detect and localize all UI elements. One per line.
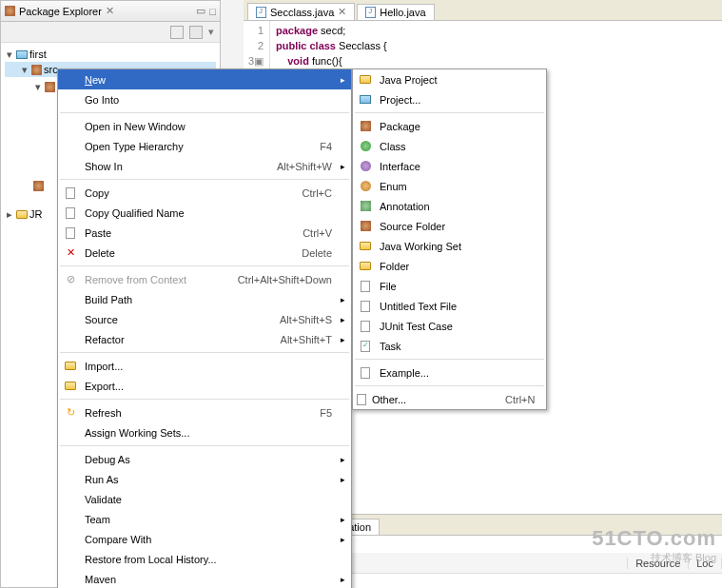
menu-task[interactable]: Task	[353, 336, 546, 356]
junit-icon	[361, 321, 370, 332]
menu-folder[interactable]: Folder	[353, 256, 546, 276]
link-editor-icon[interactable]	[189, 26, 203, 39]
menu-go-into[interactable]: Go Into	[58, 89, 351, 109]
menu-java-project[interactable]: Java Project	[353, 69, 546, 89]
java-file-icon	[256, 7, 266, 18]
menu-example[interactable]: Example...	[353, 363, 546, 382]
menu-source[interactable]: SourceAlt+Shift+S▸	[58, 309, 351, 329]
view-menu-icon[interactable]: ▾	[208, 26, 214, 38]
tab-label: Secclass.java	[270, 7, 334, 18]
tree-label: first	[29, 49, 47, 60]
menu-debug-as[interactable]: Debug As▸	[58, 449, 351, 469]
menu-other[interactable]: Other...Ctrl+N	[353, 389, 546, 409]
menu-project[interactable]: Project...	[353, 89, 546, 109]
menu-class[interactable]: Class	[353, 136, 546, 156]
menu-source-folder[interactable]: Source Folder	[353, 216, 546, 236]
copy-icon	[66, 187, 75, 199]
menu-file[interactable]: File	[353, 276, 546, 296]
copy-icon	[66, 207, 75, 219]
line-gutter: 123▣	[244, 21, 270, 74]
code-area[interactable]: package secd; public class Secclass { vo…	[270, 21, 393, 74]
folder-icon	[360, 262, 371, 270]
tab-label: Hello.java	[380, 7, 425, 18]
menu-label: ew	[92, 74, 106, 86]
src-folder-icon	[31, 65, 42, 75]
menu-annotation[interactable]: Annotation	[353, 196, 546, 216]
menu-assign-working-sets[interactable]: Assign Working Sets...	[58, 422, 351, 442]
menu-validate[interactable]: Validate	[58, 489, 351, 509]
package-icon	[45, 82, 55, 92]
menu-open-new-window[interactable]: Open in New Window	[58, 116, 351, 136]
menu-team[interactable]: Team▸	[58, 509, 351, 529]
expand-icon[interactable]: ▸	[5, 208, 14, 221]
tree-project[interactable]: ▾ first	[5, 47, 216, 62]
menu-java-working-set[interactable]: Java Working Set	[353, 236, 546, 256]
collapse-all-icon[interactable]	[170, 26, 184, 39]
expand-icon[interactable]: ▾	[20, 64, 29, 76]
menu-build-path[interactable]: Build Path▸	[58, 289, 351, 309]
close-icon[interactable]: ✕	[338, 6, 346, 18]
menu-copy-qualified-name[interactable]: Copy Qualified Name	[58, 203, 351, 223]
annotation-icon	[361, 201, 371, 211]
minimize-icon[interactable]: ▭	[196, 5, 205, 17]
paste-icon	[66, 227, 75, 239]
java-project-icon	[360, 75, 371, 84]
explorer-toolbar: ▾	[1, 22, 220, 43]
tab-hello[interactable]: Hello.java	[357, 4, 434, 20]
menu-new[interactable]: New▸	[58, 69, 351, 89]
editor-tabs: Secclass.java ✕ Hello.java	[244, 0, 722, 21]
menu-compare-with[interactable]: Compare With▸	[58, 529, 351, 549]
enum-icon	[361, 181, 371, 191]
explorer-title: Package Explorer	[19, 6, 102, 17]
example-icon	[361, 367, 370, 379]
menu-untitled-text-file[interactable]: Untitled Text File	[353, 296, 546, 316]
file-icon	[361, 281, 370, 292]
library-icon	[16, 210, 28, 219]
class-icon	[361, 141, 371, 151]
menu-open-type-hierarchy[interactable]: Open Type HierarchyF4	[58, 136, 351, 156]
delete-icon: ✕	[62, 245, 79, 261]
project-icon	[360, 95, 371, 104]
context-menu-new: Java Project Project... Package Class In…	[352, 69, 547, 410]
menu-maven[interactable]: Maven▸	[58, 569, 351, 588]
col-location[interactable]: Loc	[689, 558, 722, 569]
menu-package[interactable]: Package	[353, 116, 546, 136]
package-icon	[33, 181, 44, 191]
tree-label: src	[44, 64, 58, 75]
export-icon	[65, 382, 76, 390]
source-folder-icon	[361, 221, 371, 231]
explorer-header: Package Explorer ✕ ▭ □	[1, 1, 220, 22]
menu-import[interactable]: Import...	[58, 356, 351, 376]
text-file-icon	[361, 301, 370, 312]
tab-secclass[interactable]: Secclass.java ✕	[247, 3, 355, 20]
expand-icon[interactable]: ▾	[33, 81, 43, 93]
menu-interface[interactable]: Interface	[353, 156, 546, 176]
context-menu-main: New▸ Go Into Open in New Window Open Typ…	[57, 69, 352, 588]
menu-run-as[interactable]: Run As▸	[58, 469, 351, 489]
import-icon	[65, 362, 76, 370]
package-explorer-icon	[5, 6, 15, 16]
menu-remove-context: ⊘Remove from ContextCtrl+Alt+Shift+Down	[58, 269, 351, 289]
working-set-icon	[360, 242, 371, 250]
interface-icon	[361, 161, 371, 171]
project-icon	[16, 50, 28, 59]
menu-enum[interactable]: Enum	[353, 176, 546, 196]
menu-refactor[interactable]: RefactorAlt+Shift+T▸	[58, 329, 351, 349]
menu-delete[interactable]: ✕DeleteDelete	[58, 243, 351, 263]
menu-junit[interactable]: JUnit Test Case	[353, 316, 546, 336]
expand-icon[interactable]: ▾	[5, 49, 14, 61]
maximize-icon[interactable]: □	[209, 6, 216, 17]
task-icon	[361, 341, 370, 352]
col-resource[interactable]: Resource	[628, 558, 689, 569]
menu-export[interactable]: Export...	[58, 376, 351, 396]
menu-copy[interactable]: CopyCtrl+C	[58, 183, 351, 203]
java-file-icon	[365, 7, 376, 18]
menu-paste[interactable]: PasteCtrl+V	[58, 223, 351, 243]
tree-label: JR	[29, 208, 42, 220]
close-icon[interactable]: ✕	[106, 5, 114, 17]
menu-show-in[interactable]: Show InAlt+Shift+W▸	[58, 156, 351, 176]
menu-restore-local-history[interactable]: Restore from Local History...	[58, 549, 351, 569]
other-icon	[357, 394, 366, 405]
menu-refresh[interactable]: ↻RefreshF5	[58, 402, 351, 422]
editor-body[interactable]: 123▣ package secd; public class Secclass…	[244, 21, 722, 74]
